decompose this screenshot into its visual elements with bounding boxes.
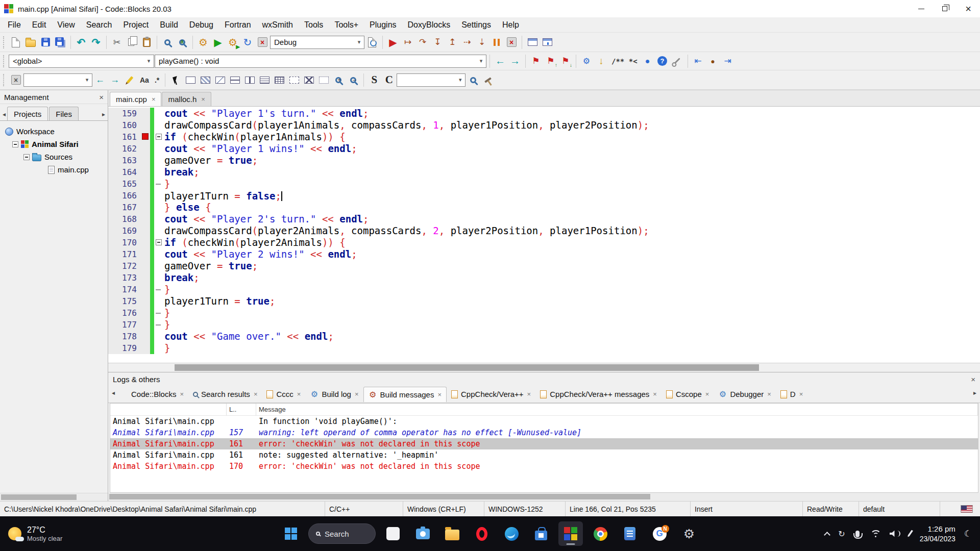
- menu-help[interactable]: Help: [497, 17, 525, 32]
- file-explorer-button[interactable]: [440, 521, 464, 546]
- doxyblocks-help-button[interactable]: ?: [655, 54, 670, 68]
- column-header[interactable]: Message: [256, 404, 978, 415]
- build-target-combo[interactable]: Debug▾: [270, 36, 364, 49]
- tab-close-icon[interactable]: ×: [297, 390, 301, 398]
- tab-close-icon[interactable]: ×: [152, 95, 156, 103]
- tabs-scroll-left-button[interactable]: ◂: [1, 111, 7, 120]
- logs-tabs-scroll-right-button[interactable]: ▸: [972, 389, 978, 399]
- build-message-row[interactable]: Animal Sifari\main.cpp157warning: left o…: [110, 427, 978, 438]
- function-combo[interactable]: playGame() : void▾: [155, 55, 486, 68]
- browse-back-button[interactable]: ←: [493, 54, 507, 68]
- run-to-cursor-button[interactable]: ↦: [401, 35, 415, 49]
- wxsmith-source-button[interactable]: S: [367, 73, 381, 87]
- doxy-comment-label[interactable]: /** *<: [609, 57, 640, 65]
- code-line-166[interactable]: 166player1Turn = false;: [108, 190, 980, 202]
- fold-collapse-icon[interactable]: [156, 134, 162, 140]
- column-header[interactable]: [110, 404, 227, 415]
- keyboard-layout[interactable]: [940, 505, 980, 513]
- wx-cross-button[interactable]: [302, 73, 316, 87]
- tree-item-workspace[interactable]: Workspace: [0, 125, 108, 138]
- jump-forward-button[interactable]: ⇥: [721, 54, 735, 68]
- run-button[interactable]: ▶: [211, 35, 225, 49]
- wx-dashed-button[interactable]: [287, 73, 301, 87]
- management-scrollbar[interactable]: [0, 493, 108, 501]
- code-line-172[interactable]: 172gameOver = true;: [108, 260, 980, 272]
- menu-tools[interactable]: Tools+: [329, 17, 364, 32]
- expander-icon[interactable]: [23, 154, 30, 160]
- tabs-scroll-right-button[interactable]: ▸: [101, 111, 107, 120]
- expander-icon[interactable]: [12, 141, 18, 147]
- code-line-171[interactable]: 171cout << "Player 2 wins!" << endl;: [108, 248, 980, 260]
- build-message-row[interactable]: Animal Sifari\main.cpp170error: 'checkWi…: [110, 461, 978, 472]
- doxyblocks-run-button[interactable]: ⚙: [579, 54, 594, 68]
- notepad-button[interactable]: [618, 521, 642, 546]
- store-button[interactable]: [529, 521, 553, 546]
- code-line-170[interactable]: 170if (checkWin(player2Animals)) {: [108, 237, 980, 248]
- code-line-169[interactable]: 169drawCompassCard(player2Animals, compa…: [108, 225, 980, 237]
- management-close-button[interactable]: ×: [99, 93, 104, 102]
- incsearch-next-button[interactable]: →: [108, 73, 122, 87]
- log-tab-debugger[interactable]: ⚙Debugger×: [714, 387, 775, 402]
- editor-hscrollbar[interactable]: [108, 363, 980, 372]
- code-line-162[interactable]: 162cout << "Player 1 wins!" << endl;: [108, 143, 980, 155]
- debugging-windows-button[interactable]: [525, 35, 540, 49]
- wx-rows-button[interactable]: [257, 73, 272, 87]
- tab-close-icon[interactable]: ×: [437, 391, 442, 398]
- wxsmith-class-button[interactable]: C: [382, 73, 396, 87]
- tools-button[interactable]: [481, 73, 495, 87]
- menu-search[interactable]: Search: [81, 17, 118, 32]
- new-file-button[interactable]: [9, 35, 23, 49]
- tab-close-icon[interactable]: ×: [767, 390, 771, 398]
- wx-frame-button[interactable]: [183, 73, 198, 87]
- menu-view[interactable]: View: [52, 17, 80, 32]
- tab-close-icon[interactable]: ×: [653, 390, 657, 398]
- tab-close-icon[interactable]: ×: [799, 390, 803, 398]
- menu-settings[interactable]: Settings: [456, 17, 497, 32]
- code-line-173[interactable]: 173break;: [108, 272, 980, 284]
- wx-pointer-button[interactable]: [168, 73, 183, 87]
- jump-marker-button[interactable]: ●: [706, 54, 720, 68]
- menu-build[interactable]: Build: [154, 17, 184, 32]
- code-line-174[interactable]: 174}: [108, 284, 980, 295]
- taskbar-search-box[interactable]: Search: [308, 523, 376, 544]
- logs-scrollbar[interactable]: [108, 493, 980, 501]
- wx-sizer-button[interactable]: [198, 73, 212, 87]
- open-file-button[interactable]: [23, 35, 38, 49]
- paste-button[interactable]: [139, 35, 154, 49]
- next-instruction-button[interactable]: ⇢: [460, 35, 474, 49]
- moon-icon[interactable]: ☾: [964, 529, 972, 539]
- step-out-button[interactable]: ↥: [445, 35, 459, 49]
- white-app-button[interactable]: [381, 521, 405, 546]
- step-into-instruction-button[interactable]: ⇣: [475, 35, 489, 49]
- code-line-168[interactable]: 168cout << "Player 2's turn." << endl;: [108, 213, 980, 225]
- wx-grid-button[interactable]: [272, 73, 286, 87]
- log-tab-d[interactable]: D×: [776, 387, 807, 402]
- scrollbar-thumb[interactable]: [1, 494, 77, 500]
- opera-button[interactable]: [470, 521, 494, 546]
- sync-icon[interactable]: ↻: [838, 529, 845, 539]
- tree-item-animal-sifari[interactable]: Animal Sifari: [0, 138, 108, 151]
- code-line-164[interactable]: 164break;: [108, 166, 980, 178]
- incsearch-prev-button[interactable]: ←: [93, 73, 107, 87]
- highlight-occurrences-button[interactable]: [122, 73, 137, 87]
- browse-forward-button[interactable]: →: [508, 54, 522, 68]
- log-tab-cccc[interactable]: Cccc×: [262, 387, 305, 402]
- prev-bookmark-button[interactable]: ⚑↑: [544, 54, 558, 68]
- fold-collapse-icon[interactable]: [156, 239, 162, 245]
- editor-tab-malloc-h[interactable]: malloc.h×: [162, 92, 211, 106]
- cut-button[interactable]: ✂: [110, 35, 124, 49]
- save-button[interactable]: [38, 35, 53, 49]
- chevron-up-icon[interactable]: [824, 532, 830, 538]
- edge-button[interactable]: [499, 521, 524, 546]
- build-message-row[interactable]: Animal Sifari\main.cppIn function 'void …: [110, 416, 978, 427]
- restore-button[interactable]: [933, 0, 957, 17]
- doxyblocks-info-button[interactable]: ●: [641, 54, 655, 68]
- code-line-176[interactable]: 176}: [108, 307, 980, 319]
- logs-tabs-scroll-left-button[interactable]: ◂: [110, 389, 116, 399]
- log-tab-cppcheck-vera[interactable]: CppCheck/Vera++×: [447, 387, 535, 402]
- scrollbar-thumb[interactable]: [175, 364, 759, 371]
- debug-stop-button[interactable]: ×: [504, 35, 519, 49]
- editor-tab-main-cpp[interactable]: main.cpp×: [110, 92, 161, 106]
- tab-close-icon[interactable]: ×: [527, 390, 531, 398]
- build-and-run-button[interactable]: ⚙▶: [226, 35, 240, 49]
